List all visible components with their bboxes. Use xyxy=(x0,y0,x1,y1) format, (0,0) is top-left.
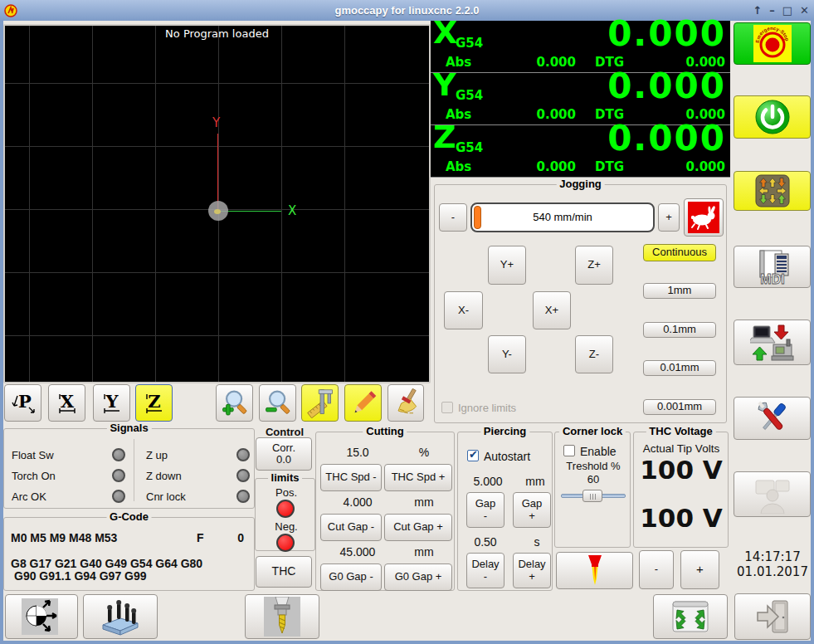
dro-abs-label: Abs xyxy=(446,159,471,174)
minimize-icon[interactable]: – xyxy=(769,4,775,17)
max-speed-button[interactable] xyxy=(684,198,724,237)
voltage-plus-button[interactable]: + xyxy=(680,550,719,589)
svg-text:Y: Y xyxy=(105,391,119,412)
dro-row-y[interactable]: Y G54 0.000 Abs 0.000 DTG 0.000 xyxy=(431,73,730,124)
increment-01mm-button[interactable]: 0.1mm xyxy=(643,322,716,338)
dro-dtg-value: 0.000 xyxy=(686,159,725,174)
touch-plate-button[interactable] xyxy=(83,594,158,639)
clear-icon xyxy=(391,388,421,418)
view-y-icon: Y xyxy=(98,389,126,417)
cut-gap-plus-button[interactable]: Cut Gap + xyxy=(384,514,452,541)
zoom-in-button[interactable] xyxy=(216,384,253,422)
gcode-frame: G-Code M0 M5 M9 M48 M53 F 0 G8 G17 G21 G… xyxy=(3,517,255,591)
jog-z-minus-button[interactable]: Z- xyxy=(575,335,613,373)
x-axis-label: X xyxy=(288,203,296,218)
pierce-gap-plus-button[interactable]: Gap + xyxy=(513,492,551,528)
torch-icon xyxy=(581,554,609,588)
signals-frame: Signals Float Sw Torch On Arc OK Z up Z … xyxy=(3,428,255,509)
dro-main-value: 0.000 xyxy=(607,13,726,54)
jog-mode-button[interactable] xyxy=(734,171,811,211)
pierce-delay-plus-sign: + xyxy=(529,571,535,583)
y-axis-label: Y xyxy=(212,115,220,130)
thc-speed-minus-button[interactable]: THC Spd - xyxy=(320,464,382,491)
jog-speed-bar[interactable]: 540 mm/min xyxy=(470,202,655,232)
dro-row-x[interactable]: X G54 0.000 Abs 0.000 DTG 0.000 xyxy=(431,21,730,72)
threshold-slider-handle[interactable] xyxy=(582,490,602,502)
g0-gap-unit: mm xyxy=(414,545,433,559)
edit-button[interactable] xyxy=(344,384,382,422)
exit-button[interactable] xyxy=(734,593,811,640)
fullscreen-button[interactable] xyxy=(653,594,728,639)
settings-button[interactable] xyxy=(734,397,811,440)
limit-pos-label: Pos. xyxy=(275,486,297,499)
maximize-icon[interactable]: □ xyxy=(782,4,792,17)
jog-y-plus-button[interactable]: Y+ xyxy=(488,246,526,285)
gcode-title: G-Code xyxy=(106,510,152,523)
thc-speed-plus-button[interactable]: THC Spd + xyxy=(384,464,452,491)
increment-0001mm-button[interactable]: 0.001mm xyxy=(643,399,716,415)
view-z-button[interactable]: Z xyxy=(135,384,173,422)
pierce-delay-minus-word: Delay xyxy=(471,559,499,570)
mdi-icon: MDI xyxy=(752,249,793,285)
cut-gap-minus-button[interactable]: Cut Gap - xyxy=(320,514,382,541)
jog-x-plus-button[interactable]: X+ xyxy=(533,291,571,329)
jog-y-minus-button[interactable]: Y- xyxy=(488,335,526,373)
dro-abs-value: 0.000 xyxy=(537,159,576,174)
estop-button[interactable]: Emergency-Stop xyxy=(734,22,811,65)
corner-lock-enable-label: Enable xyxy=(580,445,617,458)
pierce-gap-minus-button[interactable]: Gap - xyxy=(466,492,504,528)
shade-icon[interactable]: ↑ xyxy=(753,4,762,17)
power-icon xyxy=(754,99,791,135)
correction-button[interactable]: Corr. 0.0 xyxy=(256,437,312,471)
increment-continuous-button[interactable]: Continuous xyxy=(643,244,716,261)
pierce-delay-minus-button[interactable]: Delay - xyxy=(466,553,504,588)
signal-label-z-up: Z up xyxy=(146,449,168,461)
dro-dtg-label: DTG xyxy=(595,159,624,174)
thc-voltage-title: THC Voltage xyxy=(646,425,715,437)
jogging-frame: Jogging - 540 mm/min + Y+ Z+ xyxy=(434,184,727,423)
threshold-label: Treshold % xyxy=(566,460,620,472)
view-p-button[interactable]: P xyxy=(4,384,41,422)
view-x-button[interactable]: X xyxy=(48,384,85,422)
clear-preview-button[interactable] xyxy=(388,384,424,422)
signal-led-arc-ok xyxy=(112,490,125,503)
correction-label: Corr. xyxy=(272,442,295,454)
jog-speed-plus-button[interactable]: + xyxy=(658,203,680,232)
threshold-value: 60 xyxy=(587,473,599,485)
autostart-checkbox[interactable] xyxy=(467,450,479,461)
mdi-mode-button[interactable]: MDI xyxy=(734,246,811,288)
setup-mode-button[interactable] xyxy=(734,320,811,365)
jog-speed-minus-button[interactable]: - xyxy=(439,203,467,232)
signal-label-arc-ok: Arc OK xyxy=(12,490,46,503)
zoom-out-button[interactable] xyxy=(259,384,296,422)
increment-1mm-button[interactable]: 1mm xyxy=(643,283,716,299)
touch-off-button[interactable] xyxy=(5,594,78,639)
view-y-button[interactable]: Y xyxy=(93,384,130,422)
ignore-limits-label: Ignore limits xyxy=(458,402,516,414)
thc-button[interactable]: THC xyxy=(256,556,312,588)
touchplate-icon xyxy=(96,597,144,637)
dro-row-z[interactable]: Z G54 0.000 Abs 0.000 DTG 0.000 xyxy=(431,125,730,177)
tool-change-button xyxy=(245,594,319,639)
measure-button[interactable] xyxy=(301,384,339,422)
dro-coord-system: G54 xyxy=(456,88,483,103)
pierce-delay-plus-button[interactable]: Delay + xyxy=(513,553,551,588)
main-area: No Program loaded Y X P X Y xyxy=(3,21,811,641)
app-window: gmoccapy for linuxcnc 2.2.0 ↑ – □ ✕ No P… xyxy=(0,0,814,644)
ignore-limits-checkbox[interactable] xyxy=(441,402,453,413)
torch-button[interactable] xyxy=(556,552,633,589)
dro-main-value: 0.000 xyxy=(607,118,726,159)
jog-x-minus-button[interactable]: X- xyxy=(444,291,483,329)
jog-z-plus-button[interactable]: Z+ xyxy=(575,246,613,285)
gremlin-preview[interactable]: No Program loaded Y X xyxy=(3,24,431,383)
increment-001mm-button[interactable]: 0.01mm xyxy=(643,360,716,376)
g0-gap-plus-button[interactable]: G0 Gap + xyxy=(384,564,452,591)
g0-gap-minus-button[interactable]: G0 Gap - xyxy=(320,564,382,591)
corner-lock-enable-checkbox[interactable] xyxy=(563,445,575,456)
machine-on-button[interactable] xyxy=(734,95,811,139)
close-icon[interactable]: ✕ xyxy=(800,4,809,17)
voltage-minus-button[interactable]: - xyxy=(639,550,674,589)
jogpad-icon xyxy=(755,174,790,207)
dro-axis-letter: Z xyxy=(433,119,456,155)
exit-icon xyxy=(753,598,792,635)
